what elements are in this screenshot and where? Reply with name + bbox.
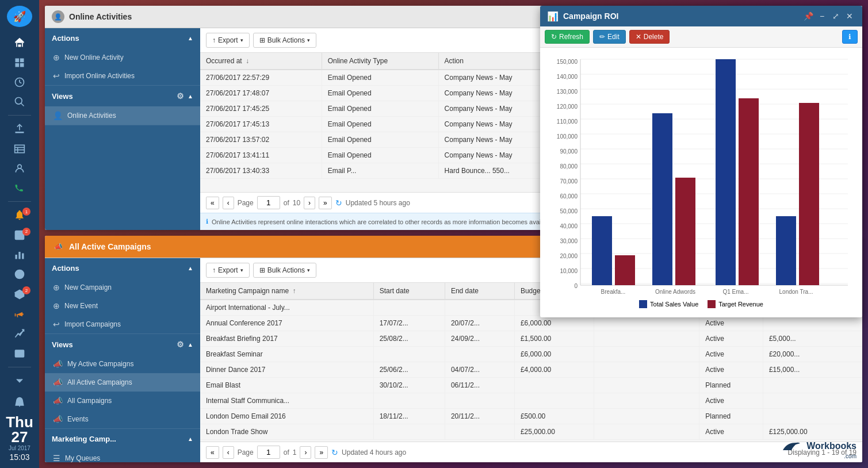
new-event-item[interactable]: ⊕ New Event: [45, 297, 200, 315]
col-occurred-at[interactable]: Occurred at ↓: [200, 53, 322, 70]
import-online-activities-item[interactable]: ↩ Import Online Activities: [45, 67, 200, 85]
cell-occurred: 27/06/2017 13:41:11: [200, 148, 322, 163]
table-row[interactable]: Email Blast 30/10/2... 06/11/2... Planne…: [200, 378, 862, 393]
phone-icon[interactable]: [7, 179, 32, 197]
person-icon[interactable]: [7, 160, 32, 177]
last-page-button[interactable]: »: [319, 197, 332, 209]
bar-breakfa-target: [615, 255, 635, 285]
chevron-down-icon[interactable]: [7, 372, 32, 389]
my-queues-item[interactable]: ☰ My Queues: [45, 449, 200, 462]
export-button[interactable]: ↑ Export ▾: [206, 33, 250, 48]
import-campaigns-item[interactable]: ↩ Import Campaigns: [45, 315, 200, 333]
all-active-campaigns-item[interactable]: 📣 All Active Campaigns: [45, 373, 200, 392]
campaigns-page-input[interactable]: [257, 446, 280, 459]
campaigns-first-page[interactable]: «: [206, 446, 219, 459]
roi-info-button[interactable]: ℹ: [842, 30, 858, 44]
megaphone-icon[interactable]: [7, 305, 32, 323]
search-icon[interactable]: [7, 93, 32, 110]
bulk-actions-button[interactable]: ⊞ Bulk Actions ▾: [253, 33, 316, 48]
cell-name: Email Blast: [200, 378, 373, 393]
online-activities-view-item[interactable]: 👤 Online Activities: [45, 106, 200, 125]
table-row[interactable]: London Demo Email 2016 18/11/2... 20/11/…: [200, 409, 862, 424]
col-campaign-name[interactable]: Marketing Campaign name ↑: [200, 283, 373, 300]
report-icon[interactable]: 2: [7, 227, 32, 244]
table-row[interactable]: Dinner Dance 2017 25/06/2... 04/07/2... …: [200, 362, 862, 378]
edit-icon: ✏: [599, 33, 605, 41]
campaigns-gear-icon[interactable]: ⚙: [177, 340, 184, 349]
palette-icon[interactable]: [7, 266, 32, 283]
edit-button[interactable]: ✏ Edit: [593, 30, 626, 44]
cell-start: [373, 393, 445, 409]
table-row[interactable]: Internal Staff Communica... Active: [200, 393, 862, 409]
campaigns-bulk-button[interactable]: ⊞ Bulk Actions ▾: [253, 263, 316, 278]
table-row[interactable]: Breakfast Seminar £6,000.00 Active £20,0…: [200, 347, 862, 362]
bar-breakfa-sales: [592, 216, 612, 285]
first-page-button[interactable]: «: [206, 197, 219, 209]
cell-target: [763, 393, 862, 409]
marketing-camp-label: Marketing Camp...: [52, 435, 116, 443]
col-activity-type[interactable]: Online Activity Type: [322, 53, 438, 70]
sidebar-divider-1: [8, 115, 31, 116]
prev-page-button[interactable]: ‹: [223, 197, 234, 209]
cell-budget: £1,500.00: [514, 331, 594, 347]
campaigns-next-page[interactable]: ›: [300, 446, 311, 459]
col-end-date[interactable]: End date: [445, 283, 514, 300]
roi-maximize-button[interactable]: ⤢: [830, 10, 842, 22]
roi-pin-button[interactable]: 📌: [802, 10, 814, 22]
cell-occurred: 27/06/2017 13:40:33: [200, 163, 322, 179]
info-icon: ℹ: [206, 218, 208, 225]
col-start-date[interactable]: Start date: [373, 283, 445, 300]
marketing-camp-header[interactable]: Marketing Camp... ▲: [45, 429, 200, 449]
campaigns-refresh-icon[interactable]: ↻: [331, 448, 338, 457]
home-icon[interactable]: [7, 34, 32, 51]
events-item[interactable]: 📣 Events: [45, 410, 200, 428]
notification-icon[interactable]: 1: [7, 206, 32, 224]
bar-chart-icon[interactable]: [7, 246, 32, 263]
table-row[interactable]: Breakfast Briefing 2017 25/08/2... 24/09…: [200, 331, 862, 347]
sidebar-bottom: Thu 27 Jul 2017 15:03: [6, 392, 33, 468]
megaphone-sm3-icon: 📣: [53, 396, 63, 405]
page-input[interactable]: [257, 196, 280, 209]
new-campaign-item[interactable]: ⊕ New Campaign: [45, 278, 200, 297]
box-badge: 2: [22, 286, 30, 294]
cell-target: £125,000.00: [763, 424, 862, 440]
actions-section-header[interactable]: Actions ▲: [45, 28, 200, 48]
next-page-button[interactable]: ›: [304, 197, 315, 209]
campaigns-prev-page[interactable]: ‹: [223, 446, 234, 459]
clock-icon[interactable]: [7, 74, 32, 91]
campaigns-actions-header[interactable]: Actions ▲: [45, 258, 200, 278]
left-navigation: 🚀 1 2 2: [0, 0, 39, 468]
all-campaigns-item[interactable]: 📣 All Campaigns: [45, 392, 200, 410]
table-row[interactable]: Annual Conference 2017 17/07/2... 20/07/…: [200, 316, 862, 331]
bell-icon[interactable]: [7, 392, 32, 412]
analytics-icon[interactable]: [7, 325, 32, 342]
chart-area: 150,000 140,000 130,000 120,000 110,000 …: [540, 48, 862, 317]
roi-minimize-button[interactable]: −: [816, 10, 828, 22]
roi-close-button[interactable]: ✕: [844, 10, 855, 22]
sidebar-divider-2: [8, 201, 31, 202]
upload-icon[interactable]: [7, 120, 32, 137]
campaigns-views-header[interactable]: Views ⚙ ▲: [45, 334, 200, 355]
gear-icon[interactable]: ⚙: [177, 91, 184, 101]
sidebar-divider-3: [8, 367, 31, 367]
workbooks-bird-icon: [780, 439, 803, 453]
cell-status: Planned: [699, 409, 763, 424]
cell-cost: [594, 331, 699, 347]
main-content: 👤 Online Activities 📌 − ⤢ ✕ Actions ▲ ⊕: [39, 0, 868, 468]
app-logo[interactable]: 🚀: [7, 6, 32, 27]
starred-icon[interactable]: [7, 344, 32, 362]
table-icon[interactable]: [7, 140, 32, 157]
refresh-button[interactable]: ↻ Refresh: [545, 30, 590, 44]
cell-budget: £4,000.00: [514, 362, 594, 378]
campaigns-last-page[interactable]: »: [315, 446, 328, 459]
refresh-icon[interactable]: ↻: [335, 198, 342, 208]
table-row[interactable]: London Trade Show £25,000.00 Active £125…: [200, 424, 862, 440]
new-online-activity-item[interactable]: ⊕ New Online Activity: [45, 48, 200, 67]
svg-text:80,000: 80,000: [560, 163, 578, 170]
delete-button[interactable]: ✕ Delete: [629, 30, 670, 44]
my-active-campaigns-item[interactable]: 📣 My Active Campaigns: [45, 355, 200, 373]
views-section-header[interactable]: Views ⚙ ▲: [45, 86, 200, 106]
campaigns-export-button[interactable]: ↑ Export ▾: [206, 263, 250, 278]
box-icon[interactable]: 2: [7, 285, 32, 302]
grid-icon[interactable]: [7, 53, 32, 71]
